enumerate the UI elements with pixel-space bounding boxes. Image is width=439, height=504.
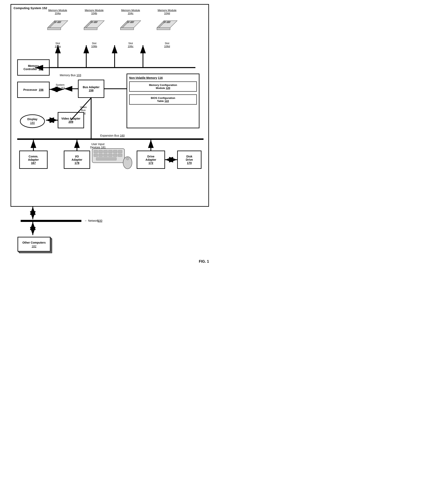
bios-config-box: BIOS ConfigurationTable 122 xyxy=(129,94,197,105)
processor-box: Processor 156 xyxy=(17,82,50,98)
display-svg: Display 180 xyxy=(19,114,46,128)
memory-bus-label: Memory Bus 103 xyxy=(60,74,81,77)
system-bus-label: SystemBus 162 xyxy=(55,83,65,89)
video-adapter-box: Video Adapter209 xyxy=(58,112,84,128)
memory-module-c-label: Memory Module 104c xyxy=(121,9,140,15)
svg-rect-68 xyxy=(21,220,81,222)
slot-b-label: Slot 106b xyxy=(80,42,108,48)
slot-d-label: Slot 106d xyxy=(153,42,181,48)
memory-module-d: Memory Module 104d xyxy=(153,9,181,31)
computing-system-box: Computing System 152 Memory Module 104a xyxy=(11,4,209,207)
svg-rect-50 xyxy=(103,150,108,153)
ram-stick-b xyxy=(83,16,105,31)
ram-stick-a xyxy=(47,16,69,31)
slot-c-label: Slot 106c xyxy=(116,42,145,48)
drive-adapter-box: DriveAdapter172 xyxy=(137,151,165,169)
memory-module-a: Memory Module 104a xyxy=(44,9,72,31)
nvm-box: Non-Volatile Memory 116 Memory Configura… xyxy=(127,74,199,128)
ram-stick-c xyxy=(120,16,142,31)
below-border: ← Network 100 Other Computers 182 FIG. 1 xyxy=(11,207,209,265)
memory-controller-box: MemoryController 102 xyxy=(17,59,50,76)
mem-config-box: Memory ConfigurationModule 120 xyxy=(129,81,197,92)
slots-row: Slot 106a Slot 106b Slot 106c Slot 106d xyxy=(44,42,181,48)
memory-module-c: Memory Module 104c xyxy=(116,9,145,31)
expansion-bus-label: Expansion Bus 160 xyxy=(100,134,125,137)
svg-text:Display: Display xyxy=(27,117,37,121)
bus-adapter-box: Bus Adapter158 xyxy=(78,80,104,98)
svg-text:Other Computers: Other Computers xyxy=(22,241,46,244)
svg-rect-59 xyxy=(118,154,122,157)
svg-rect-51 xyxy=(108,150,112,153)
svg-marker-8 xyxy=(84,28,97,30)
network-arrows-svg: ← Network 100 Other Computers 182 xyxy=(11,207,209,265)
svg-rect-49 xyxy=(99,150,103,153)
fig-label: FIG. 1 xyxy=(199,259,209,264)
svg-rect-74 xyxy=(18,237,50,251)
keyboard-mouse-svg xyxy=(90,147,135,171)
svg-point-63 xyxy=(126,157,129,160)
memory-module-b: Memory Module 104b xyxy=(80,9,108,31)
svg-text:182: 182 xyxy=(32,245,37,248)
system-label: Computing System 152 xyxy=(13,6,47,10)
memory-module-a-label: Memory Module 104a xyxy=(48,9,67,15)
svg-rect-48 xyxy=(94,150,98,153)
slot-a-label: Slot 106a xyxy=(44,42,72,48)
memory-modules-row: Memory Module 104a Memory Module xyxy=(44,9,181,31)
svg-rect-56 xyxy=(103,154,108,157)
svg-rect-58 xyxy=(113,154,117,157)
svg-rect-57 xyxy=(108,154,112,157)
svg-rect-52 xyxy=(113,150,117,153)
memory-bus-line xyxy=(50,67,195,68)
svg-rect-53 xyxy=(118,150,122,153)
ram-stick-d xyxy=(156,16,178,31)
svg-rect-55 xyxy=(99,154,103,157)
svg-marker-20 xyxy=(157,28,170,30)
nvm-label: Non-Volatile Memory 116 xyxy=(129,76,197,79)
disk-drive-box: DiskDrive170 xyxy=(177,151,201,169)
svg-text:180: 180 xyxy=(30,121,35,125)
svg-text:100: 100 xyxy=(98,219,102,222)
svg-rect-60 xyxy=(96,157,116,160)
comm-adapter-box: Comm.Adapter167 xyxy=(19,151,48,169)
svg-marker-14 xyxy=(121,28,134,30)
memory-module-d-label: Memory Module 104d xyxy=(158,9,176,15)
svg-rect-54 xyxy=(94,154,98,157)
memory-module-b-label: Memory Module 104b xyxy=(85,9,103,15)
expansion-bus-line xyxy=(17,139,204,140)
svg-text:← Network: ← Network xyxy=(85,219,99,222)
io-adapter-box: I/OAdapter178 xyxy=(64,151,90,169)
svg-marker-2 xyxy=(48,28,61,30)
